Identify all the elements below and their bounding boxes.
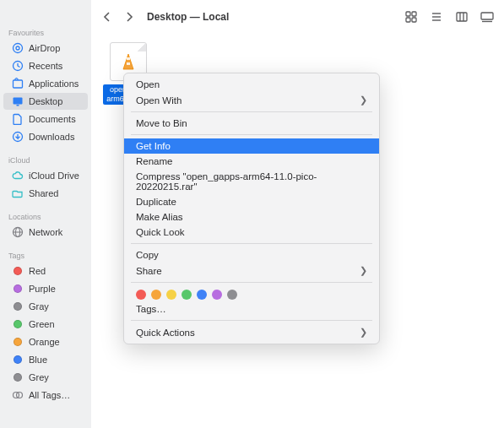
sidebar-item-label: Downloads — [29, 132, 74, 142]
app-root: FavouritesAirDropRecentsApplicationsDesk… — [0, 0, 504, 428]
shared-icon — [12, 187, 24, 199]
svg-rect-5 — [17, 105, 19, 106]
sidebar-item-blue[interactable]: Blue — [3, 351, 88, 368]
sidebar-item-label: Gray — [29, 301, 49, 312]
tag-color-button[interactable] — [197, 290, 207, 300]
view-columns-button[interactable] — [453, 11, 470, 23]
tag-dot-icon — [12, 283, 24, 295]
tag-color-button[interactable] — [136, 290, 146, 300]
tag-dot-icon — [12, 301, 24, 312]
sidebar-item-applications[interactable]: Applications — [3, 75, 88, 92]
ctx-move-to-bin[interactable]: Move to Bin — [124, 116, 379, 131]
tag-color-button[interactable] — [212, 290, 222, 300]
ctx-compress[interactable]: Compress "open_gapps-arm64-11.0-pico-202… — [124, 169, 379, 194]
sidebar-item-label: Documents — [29, 114, 76, 124]
svg-point-1 — [16, 46, 19, 50]
sidebar-item-red[interactable]: Red — [3, 263, 88, 279]
svg-rect-13 — [412, 12, 416, 16]
sidebar-item-label: AirDrop — [29, 43, 60, 53]
sidebar-item-all-tags-[interactable]: All Tags… — [3, 387, 88, 404]
cloud-icon — [12, 170, 24, 181]
sidebar-item-orange[interactable]: Orange — [3, 333, 88, 350]
desktop-icon — [12, 95, 24, 107]
sidebar-item-label: Recents — [29, 61, 62, 71]
sidebar-item-airdrop[interactable]: AirDrop — [3, 40, 88, 57]
sidebar-item-documents[interactable]: Documents — [3, 111, 88, 127]
sidebar-item-desktop[interactable]: Desktop — [3, 93, 88, 110]
ctx-share[interactable]: Share❯ — [124, 263, 379, 279]
tag-color-button[interactable] — [166, 290, 176, 300]
tag-dot-icon — [12, 371, 24, 383]
view-list-button[interactable] — [428, 11, 445, 23]
sidebar: FavouritesAirDropRecentsApplicationsDesk… — [0, 0, 91, 428]
view-switcher — [403, 11, 496, 23]
svg-rect-26 — [127, 62, 130, 65]
svg-marker-24 — [123, 54, 133, 69]
apps-icon — [12, 78, 24, 89]
tag-color-button[interactable] — [182, 290, 192, 300]
tag-color-button[interactable] — [151, 290, 161, 300]
window-title: Desktop — Local — [147, 11, 229, 23]
sidebar-item-label: Desktop — [29, 96, 62, 106]
ctx-quick-actions[interactable]: Quick Actions❯ — [124, 324, 379, 340]
ctx-tags[interactable]: Tags… — [124, 301, 379, 317]
sidebar-heading: Locations — [0, 209, 91, 223]
chevron-right-icon: ❯ — [360, 95, 367, 106]
alltags-icon — [12, 389, 24, 401]
ctx-open[interactable]: Open — [124, 77, 379, 92]
documents-icon — [12, 113, 24, 125]
svg-point-0 — [14, 44, 23, 53]
ctx-rename[interactable]: Rename — [124, 154, 379, 169]
sidebar-item-green[interactable]: Green — [3, 316, 88, 333]
separator — [131, 134, 372, 135]
sidebar-item-label: Red — [29, 266, 46, 276]
ctx-get-info[interactable]: Get Info — [124, 138, 379, 154]
sidebar-item-label: iCloud Drive — [29, 171, 79, 181]
sidebar-item-shared[interactable]: Shared — [3, 185, 88, 202]
ctx-make-alias[interactable]: Make Alias — [124, 209, 379, 225]
svg-rect-25 — [127, 57, 130, 60]
sidebar-item-downloads[interactable]: Downloads — [3, 128, 88, 145]
airdrop-icon — [12, 42, 24, 54]
svg-rect-4 — [14, 98, 23, 105]
forward-button[interactable] — [122, 11, 137, 23]
svg-rect-22 — [481, 13, 493, 19]
tag-dot-icon — [12, 318, 24, 330]
separator — [131, 243, 372, 244]
sidebar-item-label: Grey — [29, 372, 49, 382]
tag-dot-icon — [12, 265, 24, 277]
sidebar-item-network[interactable]: Network — [3, 224, 88, 241]
separator — [131, 282, 372, 283]
tag-color-button[interactable] — [227, 290, 237, 300]
sidebar-item-label: Applications — [29, 79, 79, 89]
ctx-duplicate[interactable]: Duplicate — [124, 194, 379, 209]
sidebar-heading: Tags — [0, 248, 91, 262]
chevron-right-icon: ❯ — [360, 327, 367, 338]
view-icons-button[interactable] — [403, 11, 420, 23]
view-gallery-button[interactable] — [479, 11, 496, 23]
ctx-open-with[interactable]: Open With❯ — [124, 92, 379, 108]
sidebar-item-gray[interactable]: Gray — [3, 298, 88, 315]
sidebar-heading: Favourites — [0, 25, 91, 39]
svg-rect-15 — [412, 18, 416, 22]
svg-rect-12 — [406, 12, 410, 16]
back-button[interactable] — [100, 11, 115, 23]
chevron-right-icon: ❯ — [360, 265, 367, 276]
sidebar-heading: iCloud — [0, 153, 91, 166]
clock-icon — [12, 60, 24, 72]
svg-rect-3 — [14, 80, 23, 88]
network-icon — [12, 226, 24, 238]
sidebar-item-purple[interactable]: Purple — [3, 280, 88, 297]
sidebar-item-label: Purple — [29, 284, 56, 294]
ctx-quick-look[interactable]: Quick Look — [124, 225, 379, 240]
sidebar-item-recents[interactable]: Recents — [3, 57, 88, 74]
tag-dot-icon — [12, 336, 24, 348]
separator — [131, 111, 372, 112]
downloads-icon — [12, 131, 24, 143]
sidebar-item-label: Network — [29, 227, 62, 237]
sidebar-item-label: All Tags… — [29, 390, 70, 400]
sidebar-item-label: Green — [29, 319, 55, 329]
sidebar-item-icloud-drive[interactable]: iCloud Drive — [3, 167, 88, 184]
sidebar-item-grey[interactable]: Grey — [3, 369, 88, 386]
ctx-copy[interactable]: Copy — [124, 247, 379, 263]
